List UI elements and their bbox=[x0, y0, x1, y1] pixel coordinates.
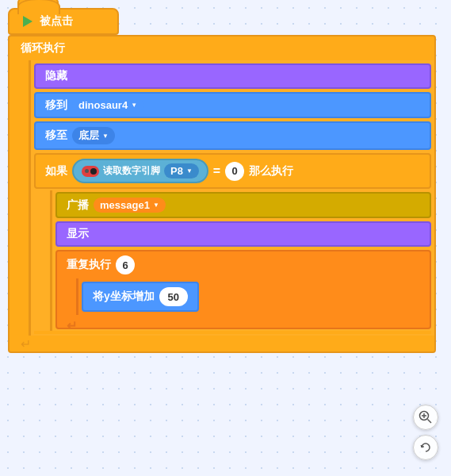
repeat-block-top: 重复执行 6 bbox=[57, 251, 430, 278]
move-to-target-dropdown[interactable]: dinosaur4 bbox=[72, 98, 143, 113]
go-to-layer-label: 移至 bbox=[45, 129, 67, 143]
change-y-block[interactable]: 将y坐标增加 50 bbox=[82, 282, 199, 312]
go-to-layer-block[interactable]: 移至 底层 bbox=[34, 121, 431, 150]
svg-line-2 bbox=[428, 420, 432, 424]
value-input[interactable]: 0 bbox=[225, 162, 244, 181]
zoom-in-button[interactable] bbox=[413, 405, 438, 430]
message-dropdown[interactable]: message1 bbox=[94, 198, 166, 213]
sensor-pill[interactable]: 读取数字引脚 P8 bbox=[72, 159, 208, 183]
repeat-block-bottom: ↵ bbox=[57, 315, 430, 328]
sensor-dot-large bbox=[90, 168, 97, 175]
repeat-label: 重复执行 bbox=[67, 258, 111, 272]
blocks-workspace: 被点击 循环执行 隐藏 移到 dinosaur4 移至 底层 bbox=[8, 8, 436, 353]
equals-sign: = bbox=[213, 164, 220, 178]
layer-dropdown[interactable]: 底层 bbox=[72, 127, 115, 144]
hat-block-label: 被点击 bbox=[40, 14, 73, 29]
repeat-count-input[interactable]: 6 bbox=[116, 255, 135, 274]
if-block[interactable]: 如果 读取数字引脚 P8 = 0 那么执行 bbox=[34, 153, 431, 189]
loop-block-top: 循环执行 bbox=[10, 36, 434, 60]
flag-icon bbox=[21, 14, 35, 29]
zoom-reset-icon bbox=[418, 440, 434, 455]
hide-label: 隐藏 bbox=[45, 69, 67, 83]
repeat-block[interactable]: 重复执行 6 将y坐标增加 50 bbox=[55, 250, 431, 329]
broadcast-block[interactable]: 广播 message1 bbox=[55, 192, 431, 218]
show-label: 显示 bbox=[67, 227, 89, 241]
broadcast-label: 广播 bbox=[67, 198, 89, 213]
change-y-value-input[interactable]: 50 bbox=[159, 287, 188, 306]
loop-label: 循环执行 bbox=[21, 41, 65, 56]
sensor-label: 读取数字引脚 bbox=[103, 164, 160, 178]
loop-block-bottom: ↵ bbox=[10, 336, 434, 351]
then-label: 那么执行 bbox=[249, 164, 293, 178]
sensor-dot-small bbox=[85, 169, 89, 173]
show-block[interactable]: 显示 bbox=[55, 221, 431, 247]
when-flag-clicked-block[interactable]: 被点击 bbox=[8, 8, 119, 35]
loop-inner-blocks: 隐藏 移到 dinosaur4 移至 底层 如果 bbox=[29, 60, 434, 336]
sensor-icon bbox=[82, 166, 99, 177]
pin-dropdown[interactable]: P8 bbox=[164, 163, 199, 178]
change-y-label: 将y坐标增加 bbox=[93, 290, 155, 304]
if-label: 如果 bbox=[45, 164, 67, 178]
zoom-in-icon bbox=[418, 409, 434, 425]
zoom-reset-button[interactable] bbox=[413, 435, 438, 460]
loop-block[interactable]: 循环执行 隐藏 移到 dinosaur4 移至 底层 bbox=[8, 35, 436, 353]
svg-marker-0 bbox=[23, 16, 32, 27]
hide-block[interactable]: 隐藏 bbox=[34, 63, 431, 89]
repeat-inner: 将y坐标增加 50 bbox=[76, 278, 430, 315]
move-to-label: 移到 bbox=[45, 98, 67, 113]
zoom-controls bbox=[413, 405, 438, 460]
move-to-block[interactable]: 移到 dinosaur4 bbox=[34, 92, 431, 118]
